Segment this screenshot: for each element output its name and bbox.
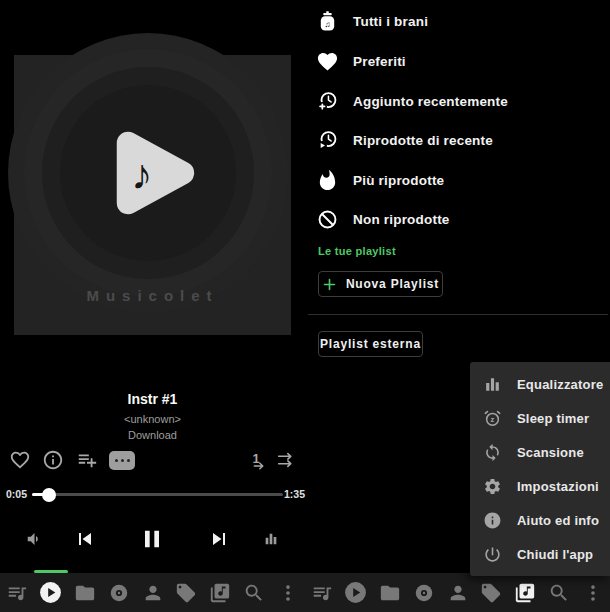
track-title: Instr #1	[0, 391, 305, 407]
heart-icon	[316, 50, 339, 73]
svg-text:♫: ♫	[324, 19, 330, 28]
music-albums-icon	[514, 582, 536, 604]
pause-icon	[138, 525, 166, 553]
tab-library[interactable]	[508, 573, 542, 612]
repeat-one-icon: 1	[247, 449, 269, 471]
menu-item-label: Equalizzatore	[517, 377, 603, 392]
right-pane-tabs	[305, 573, 610, 612]
tab-search[interactable]	[542, 573, 576, 612]
overflow-dots-icon	[277, 582, 299, 604]
tab-player[interactable]	[34, 573, 68, 612]
dot	[115, 459, 118, 462]
more-actions-button[interactable]	[109, 451, 135, 470]
library-item-label: Aggiunto recentemente	[353, 94, 508, 109]
library-item-label: Tutti i brani	[353, 14, 428, 29]
add-to-playlist-button[interactable]	[76, 449, 98, 471]
menu-item-scan[interactable]: Scansione	[470, 435, 610, 469]
library-item-label: Più riprodotte	[353, 173, 444, 188]
music-albums-icon	[209, 582, 231, 604]
menu-item-equalizer[interactable]: Equalizzatore	[470, 367, 610, 401]
library-item-never-played[interactable]: Non riprodotte	[305, 199, 610, 239]
left-pane-tabs	[0, 573, 305, 612]
dot	[121, 459, 124, 462]
svg-text:♪: ♪	[131, 151, 152, 198]
info-outline-icon	[42, 449, 64, 471]
pause-button[interactable]	[138, 525, 166, 553]
tab-albums[interactable]	[102, 573, 136, 612]
tag-icon	[175, 582, 197, 604]
menu-item-label: Scansione	[517, 445, 584, 460]
artist-icon	[142, 582, 164, 604]
artist-icon	[447, 582, 469, 604]
album-art: ♪ Musicolet	[14, 55, 291, 335]
music-jar-icon: ♫	[316, 10, 339, 33]
tab-overflow-menu[interactable]	[271, 573, 305, 612]
clock-plus-icon	[316, 90, 339, 113]
new-playlist-button[interactable]: Nuova Playlist	[318, 271, 443, 297]
tab-player[interactable]	[339, 573, 373, 612]
flame-icon	[316, 169, 339, 192]
menu-item-help[interactable]: Aiuto ed info	[470, 503, 610, 537]
section-divider	[308, 314, 608, 315]
favorite-button[interactable]	[9, 449, 31, 471]
total-time: 1:35	[284, 488, 305, 500]
queue-music-icon	[6, 582, 28, 604]
musicolet-app: ♪ Musicolet Instr #1 <unknown> Download …	[0, 0, 610, 612]
dot	[127, 459, 130, 462]
block-icon	[316, 208, 339, 231]
tab-artists[interactable]	[136, 573, 170, 612]
search-icon	[243, 582, 265, 604]
plus-icon	[322, 277, 337, 292]
tab-albums[interactable]	[407, 573, 441, 612]
tab-search[interactable]	[237, 573, 271, 612]
gear-icon	[483, 477, 502, 496]
tab-genres[interactable]	[169, 573, 203, 612]
app-name-label: Musicolet	[14, 287, 291, 304]
tab-genres[interactable]	[474, 573, 508, 612]
seek-bar-thumb[interactable]	[42, 488, 56, 502]
tag-icon	[480, 582, 502, 604]
heart-outline-icon	[9, 449, 31, 471]
library-item-label: Preferiti	[353, 54, 406, 69]
info-icon	[483, 511, 502, 530]
tab-queue[interactable]	[305, 573, 339, 612]
tab-queue[interactable]	[0, 573, 34, 612]
library-item-recently-played[interactable]: Riprodotte di recente	[305, 120, 610, 160]
musicolet-logo-icon: ♪	[88, 113, 208, 233]
skip-next-icon	[207, 527, 231, 551]
tab-library[interactable]	[203, 573, 237, 612]
library-item-label: Riprodotte di recente	[353, 133, 493, 148]
seek-bar[interactable]	[32, 493, 283, 496]
play-circle-icon	[343, 580, 368, 605]
menu-item-label: Chiudi l'app	[517, 547, 593, 562]
track-artist: <unknown>	[0, 413, 305, 425]
tab-folders[interactable]	[68, 573, 102, 612]
queue-music-icon	[311, 582, 333, 604]
equalizer-shortcut-button[interactable]	[263, 531, 279, 547]
song-info-button[interactable]	[42, 449, 64, 471]
library-item-all-songs[interactable]: ♫ Tutti i brani	[305, 1, 610, 41]
power-icon	[483, 545, 502, 564]
play-order-button[interactable]: 1	[247, 449, 269, 471]
tab-overflow-menu[interactable]	[576, 573, 610, 612]
play-circle-icon	[38, 580, 63, 605]
menu-item-close-app[interactable]: Chiudi l'app	[470, 537, 610, 571]
library-item-most-played[interactable]: Più riprodotte	[305, 160, 610, 200]
search-icon	[548, 582, 570, 604]
tab-artists[interactable]	[441, 573, 475, 612]
library-item-favorites[interactable]: Preferiti	[305, 41, 610, 81]
svg-text:z: z	[491, 415, 495, 424]
skip-previous-icon	[73, 527, 97, 551]
library-item-recently-added[interactable]: Aggiunto recentemente	[305, 81, 610, 121]
menu-item-settings[interactable]: Impostazioni	[470, 469, 610, 503]
menu-item-sleep-timer[interactable]: z Sleep timer	[470, 401, 610, 435]
previous-button[interactable]	[73, 527, 97, 551]
track-album: Download	[0, 429, 305, 441]
volume-button[interactable]	[24, 530, 42, 548]
next-button[interactable]	[207, 527, 231, 551]
queue-order-button[interactable]	[275, 449, 297, 471]
disc-icon	[413, 582, 435, 604]
external-playlist-button[interactable]: Playlist esterna	[318, 331, 423, 357]
tab-folders[interactable]	[373, 573, 407, 612]
menu-item-label: Sleep timer	[517, 411, 589, 426]
